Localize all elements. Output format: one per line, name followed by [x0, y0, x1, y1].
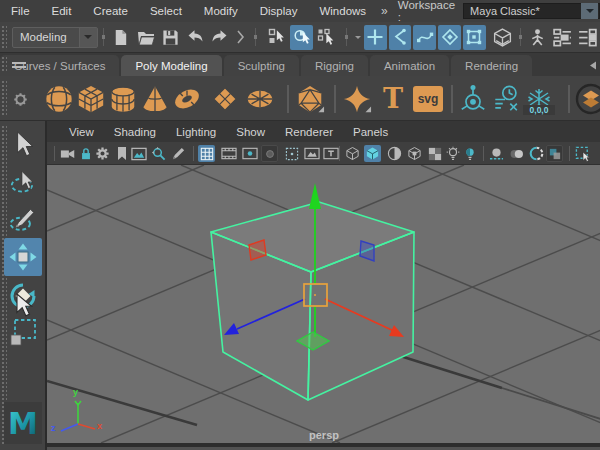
motion-blur-icon[interactable] — [508, 145, 525, 162]
select-by-object-button[interactable] — [290, 25, 313, 50]
super-shape-button[interactable] — [341, 83, 373, 115]
paint-select-tool[interactable] — [7, 203, 39, 235]
platonic-solid-button[interactable] — [294, 83, 326, 115]
shelf-options-gear-icon[interactable] — [8, 83, 32, 115]
lock-camera-icon[interactable] — [77, 145, 94, 162]
resolution-gate-icon[interactable] — [241, 145, 258, 162]
svg-tool-button[interactable]: svg — [412, 83, 444, 115]
snap-to-projected-center-button[interactable] — [438, 25, 461, 50]
delete-history-button[interactable] — [491, 83, 523, 115]
lighting-icon[interactable] — [444, 145, 461, 162]
camera-attributes-icon[interactable] — [94, 145, 111, 162]
menu-modify[interactable]: Modify — [193, 5, 249, 17]
menu-create[interactable]: Create — [82, 5, 139, 17]
image-plane-icon[interactable] — [130, 145, 147, 162]
shelf-menu-icon[interactable] — [12, 62, 26, 68]
shadows-icon[interactable] — [461, 145, 478, 162]
shelf-overflow-arrow[interactable] — [589, 61, 597, 70]
undo-button[interactable] — [184, 25, 207, 50]
workspace-dropdown-arrow[interactable] — [581, 3, 598, 19]
panel-menu-panels[interactable]: Panels — [343, 126, 398, 138]
default-material-icon[interactable] — [426, 145, 443, 162]
shelf-tab-bar: Curves / Surfaces Poly Modeling Sculptin… — [0, 53, 600, 76]
scale-tool[interactable] — [7, 317, 39, 349]
exposure-icon[interactable] — [546, 145, 563, 162]
make-object-live-button[interactable] — [491, 25, 514, 50]
select-camera-icon[interactable] — [59, 145, 76, 162]
safe-title-icon[interactable] — [322, 145, 339, 162]
sweep-mesh-button[interactable] — [575, 83, 600, 115]
panel-menu-lighting[interactable]: Lighting — [166, 126, 226, 138]
tab-sculpting[interactable]: Sculpting — [224, 55, 299, 76]
smooth-shade-icon[interactable] — [364, 145, 381, 162]
new-scene-button[interactable] — [110, 25, 133, 50]
collapse-icon[interactable] — [234, 25, 247, 50]
film-gate-icon[interactable] — [220, 145, 237, 162]
menu-edit[interactable]: Edit — [41, 5, 83, 17]
field-chart-icon[interactable] — [283, 145, 300, 162]
redo-button[interactable] — [209, 25, 232, 50]
axis-label-x: x — [97, 421, 102, 431]
menu-windows[interactable]: Windows — [308, 5, 377, 17]
anti-aliasing-icon[interactable] — [528, 145, 545, 162]
wireframe-on-shaded-icon[interactable] — [386, 145, 403, 162]
lasso-select-tool[interactable] — [7, 166, 39, 198]
cube-mesh[interactable] — [211, 202, 414, 400]
poly-disc-button[interactable] — [244, 83, 276, 115]
viewport-panel[interactable]: View Shading Lighting Show Renderer Pane… — [46, 121, 600, 450]
menu-overflow-chevron[interactable]: » — [377, 4, 392, 18]
shelf-grip[interactable] — [1, 56, 7, 73]
poly-cone-button[interactable] — [139, 83, 171, 115]
snap-to-points-button[interactable] — [413, 25, 436, 50]
toolbar-grip[interactable] — [1, 25, 7, 48]
rotate-tool[interactable] — [7, 280, 39, 312]
grid-toggle-icon[interactable] — [198, 145, 215, 162]
manipulator-arrow-y[interactable] — [309, 183, 321, 209]
snap-to-view-planes-button[interactable] — [463, 25, 486, 50]
grease-pencil-icon[interactable] — [170, 145, 187, 162]
chevron-down-icon[interactable] — [354, 33, 363, 42]
output-connections-button[interactable] — [576, 25, 599, 50]
bookmarks-icon[interactable] — [113, 145, 130, 162]
isolate-select-icon[interactable] — [574, 145, 591, 162]
textured-icon[interactable] — [406, 145, 423, 162]
panel-menu-view[interactable]: View — [59, 126, 104, 138]
poly-sphere-button[interactable] — [43, 83, 75, 115]
workspace-selector[interactable]: Maya Classic* — [463, 3, 600, 19]
open-scene-button[interactable] — [134, 25, 157, 50]
menuset-dropdown[interactable]: Modeling — [12, 27, 98, 48]
tab-poly-modeling[interactable]: Poly Modeling — [121, 55, 221, 76]
menu-file[interactable]: File — [0, 5, 41, 17]
tab-rendering[interactable]: Rendering — [451, 55, 532, 76]
move-tool[interactable] — [4, 238, 42, 276]
menu-display[interactable]: Display — [249, 5, 309, 17]
move-to-origin-button[interactable]: 0,0,0 — [523, 83, 555, 115]
tab-rigging[interactable]: Rigging — [301, 55, 368, 76]
select-by-component-button[interactable] — [315, 25, 338, 50]
panel-menu-show[interactable]: Show — [226, 126, 275, 138]
poly-plane-button[interactable] — [209, 83, 241, 115]
snap-to-curves-button[interactable] — [389, 25, 412, 50]
pan-zoom-icon[interactable] — [150, 145, 167, 162]
save-scene-button[interactable] — [159, 25, 182, 50]
gate-mask-icon[interactable] — [261, 145, 278, 162]
screen-space-ao-icon[interactable] — [488, 145, 505, 162]
safe-action-icon[interactable] — [303, 145, 320, 162]
snap-to-grids-button[interactable] — [364, 25, 387, 50]
menu-select[interactable]: Select — [139, 5, 193, 17]
joint-tool-button[interactable] — [457, 83, 489, 115]
tab-animation[interactable]: Animation — [370, 55, 449, 76]
input-connections-button[interactable] — [551, 25, 574, 50]
wireframe-icon[interactable] — [344, 145, 361, 162]
poly-cylinder-button[interactable] — [107, 83, 139, 115]
select-by-hierarchy-button[interactable] — [265, 25, 288, 50]
shelf-row-grip[interactable] — [1, 80, 7, 116]
select-tool[interactable] — [7, 129, 39, 161]
type-tool-button[interactable]: T — [377, 83, 409, 115]
panel-menu-shading[interactable]: Shading — [104, 126, 166, 138]
character-set-icon[interactable] — [527, 25, 550, 50]
viewport-canvas[interactable]: y z x persp — [47, 165, 600, 443]
poly-cube-button[interactable] — [75, 83, 107, 115]
panel-menu-renderer[interactable]: Renderer — [275, 126, 343, 138]
poly-torus-button[interactable] — [171, 83, 203, 115]
